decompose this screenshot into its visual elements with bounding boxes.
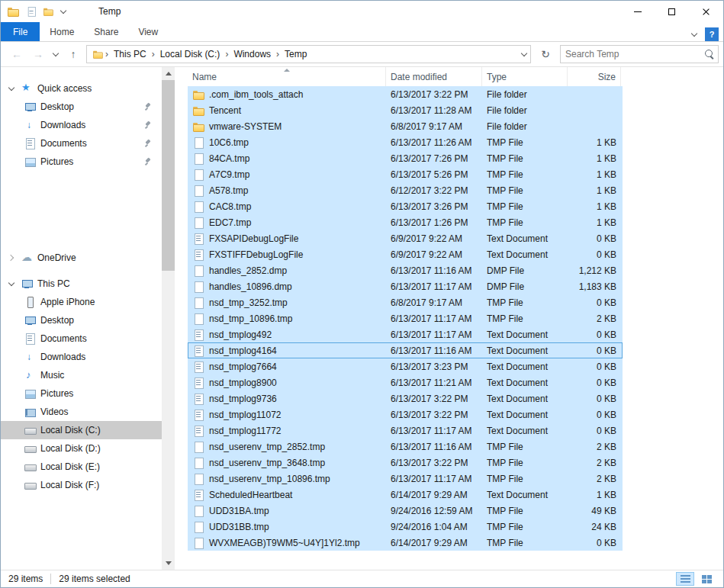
file-row[interactable]: nsd_tmplog7664 6/13/2017 3:23 PM Text Do… (188, 358, 623, 374)
maximize-button[interactable] (655, 1, 689, 22)
scrollbar-down-icon[interactable] (162, 557, 175, 570)
breadcrumb-separator-icon[interactable]: › (275, 49, 281, 59)
file-row[interactable]: nsd_tmplog11072 6/13/2017 3:22 PM Text D… (188, 406, 623, 423)
breadcrumb-item-windows[interactable]: Windows (230, 47, 275, 61)
file-row[interactable]: FXSTIFFDebugLogFile 6/9/2017 9:22 AM Tex… (188, 246, 623, 262)
file-row[interactable]: EDC7.tmp 6/13/2017 1:26 PM TMP File 1 KB (188, 214, 623, 230)
file-size: 1 KB (568, 137, 621, 148)
file-row[interactable]: nsd_userenv_tmp_2852.tmp 6/13/2017 11:16… (188, 439, 623, 455)
chevron-down-icon[interactable] (7, 84, 16, 93)
file-row[interactable]: 10C6.tmp 6/13/2017 11:26 AM TMP File 1 K… (188, 134, 623, 150)
tab-home[interactable]: Home (40, 22, 84, 41)
file-row[interactable]: A7C9.tmp 6/13/2017 5:26 PM TMP File 1 KB (188, 166, 623, 182)
file-row[interactable]: Tencent 6/13/2017 11:28 AM File folder (188, 102, 623, 118)
search-input[interactable] (565, 49, 704, 59)
refresh-button[interactable]: ↻ (536, 45, 555, 63)
sidebar-item-local-disk-e[interactable]: Local Disk (E:) (1, 458, 162, 476)
address-dropdown-chevron-icon[interactable] (520, 50, 529, 59)
tab-view[interactable]: View (128, 22, 168, 41)
address-bar[interactable]: ›This PC›Local Disk (C:)›Windows›Temp (86, 45, 531, 63)
search-icon[interactable] (704, 49, 715, 59)
breadcrumb-item-this-pc[interactable]: This PC (110, 47, 150, 61)
file-row[interactable]: nsd_tmplog11772 6/13/2017 11:17 AM Text … (188, 423, 623, 439)
sidebar-item-quick-access[interactable]: Quick access (1, 79, 162, 98)
file-row[interactable]: nsd_tmplog492 6/13/2017 11:17 AM Text Do… (188, 326, 623, 342)
file-row[interactable]: nsd_tmplog9736 6/13/2017 3:22 PM Text Do… (188, 390, 623, 406)
thumbnails-view-button[interactable] (697, 572, 716, 586)
nav-section-this-pc: This PCApple iPhoneDesktopDocumentsDownl… (1, 275, 162, 494)
tab-share[interactable]: Share (84, 22, 128, 41)
file-row[interactable]: UDD31BB.tmp 9/24/2016 1:04 AM TMP File 2… (188, 519, 623, 535)
scrollbar-thumb[interactable] (162, 80, 175, 271)
history-chevron-down-icon[interactable] (51, 50, 60, 59)
column-header-date-modified[interactable]: Date modified (386, 67, 482, 86)
sidebar-item-onedrive[interactable]: OneDrive (1, 249, 162, 267)
file-name: EDC7.tmp (209, 217, 251, 228)
sidebar-item-this-pc[interactable]: This PC (1, 275, 162, 293)
scrollbar-up-icon[interactable] (162, 67, 175, 80)
qat-customize-chevron-down-icon[interactable] (59, 7, 68, 16)
chevron-right-icon[interactable] (7, 253, 16, 262)
breadcrumb-separator-icon[interactable]: › (150, 49, 156, 59)
back-button[interactable]: ← (8, 46, 25, 63)
file-row[interactable]: FXSAPIDebugLogFile 6/9/2017 9:22 AM Text… (188, 230, 623, 246)
file-row[interactable]: nsd_tmp_10896.tmp 6/13/2017 11:17 AM TMP… (188, 310, 623, 326)
qat-new-folder-icon[interactable] (43, 6, 53, 17)
sidebar-item-documents[interactable]: Documents (1, 134, 162, 153)
file-row[interactable]: UDD31BA.tmp 9/24/2016 12:59 AM TMP File … (188, 503, 623, 519)
breadcrumb-separator-icon[interactable]: › (224, 49, 230, 59)
breadcrumb-separator-icon[interactable]: › (104, 49, 110, 59)
details-view-button[interactable] (676, 572, 694, 586)
maximize-icon (668, 8, 675, 15)
star-icon (21, 82, 33, 95)
file-row[interactable]: CAC8.tmp 6/13/2017 3:26 PM TMP File 1 KB (188, 198, 623, 214)
column-header-type[interactable]: Type (482, 67, 568, 86)
sidebar-item-local-disk-d[interactable]: Local Disk (D:) (1, 439, 162, 458)
chevron-down-icon[interactable] (7, 279, 16, 288)
file-date-modified: 6/13/2017 11:21 AM (386, 378, 482, 388)
sidebar-item-apple-iphone[interactable]: Apple iPhone (1, 293, 162, 311)
qat-properties-icon[interactable] (26, 6, 37, 17)
sidebar-item-music[interactable]: Music (1, 366, 162, 384)
sidebar-item-pictures[interactable]: Pictures (1, 384, 162, 403)
file-row[interactable]: vmware-SYSTEM 6/8/2017 9:17 AM File fold… (188, 118, 623, 134)
file-row[interactable]: A578.tmp 6/12/2017 3:22 PM TMP File 1 KB (188, 182, 623, 198)
tab-file[interactable]: File (1, 22, 40, 41)
file-size: 0 KB (568, 410, 621, 420)
help-button[interactable]: ? (705, 27, 719, 41)
file-row[interactable]: handles_2852.dmp 6/13/2017 11:16 AM DMP … (188, 262, 623, 278)
close-button[interactable] (689, 1, 723, 22)
column-header-name[interactable]: Name (188, 67, 386, 86)
file-name: nsd_userenv_tmp_2852.tmp (209, 442, 325, 452)
sidebar-item-desktop[interactable]: Desktop (1, 98, 162, 116)
up-button[interactable]: ↑ (65, 46, 82, 63)
file-row[interactable]: .com_ibm_tools_attach 6/13/2017 3:22 PM … (188, 86, 623, 102)
file-row[interactable]: 84CA.tmp 6/13/2017 7:26 PM TMP File 1 KB (188, 150, 623, 166)
file-row[interactable]: handles_10896.dmp 6/13/2017 11:17 AM DMP… (188, 278, 623, 294)
file-row[interactable]: WVXMEAGB)T9WM5~U4Y]1Yl2.tmp 6/14/2017 9:… (188, 535, 623, 551)
sidebar-item-desktop[interactable]: Desktop (1, 311, 162, 329)
file-date-modified: 6/8/2017 9:17 AM (386, 297, 482, 308)
file-row[interactable]: nsd_userenv_tmp_10896.tmp 6/13/2017 11:1… (188, 471, 623, 487)
file-size: 0 KB (568, 361, 621, 372)
file-row[interactable]: nsd_tmplog4164 6/13/2017 11:16 AM Text D… (188, 342, 623, 358)
sidebar-item-pictures[interactable]: Pictures (1, 153, 162, 171)
minimize-button[interactable] (620, 1, 655, 22)
expand-ribbon-chevron-down-icon[interactable] (690, 30, 699, 39)
breadcrumb-item-temp[interactable]: Temp (281, 47, 311, 61)
sidebar-item-videos[interactable]: Videos (1, 403, 162, 421)
file-row[interactable]: nsd_tmp_3252.tmp 6/8/2017 9:17 AM TMP Fi… (188, 294, 623, 310)
sidebar-item-downloads[interactable]: Downloads (1, 348, 162, 366)
file-row[interactable]: nsd_userenv_tmp_3648.tmp 6/13/2017 3:22 … (188, 455, 623, 471)
column-header-size[interactable]: Size (568, 67, 621, 86)
sidebar-item-local-disk-f[interactable]: Local Disk (F:) (1, 476, 162, 494)
nav-scrollbar[interactable] (162, 67, 175, 570)
search-box[interactable] (560, 45, 719, 63)
sidebar-item-documents[interactable]: Documents (1, 329, 162, 348)
sidebar-item-local-disk-c[interactable]: Local Disk (C:) (1, 421, 162, 439)
file-row[interactable]: ScheduledHeartbeat 6/14/2017 9:29 AM Tex… (188, 487, 623, 503)
sidebar-item-downloads[interactable]: Downloads (1, 116, 162, 134)
file-row[interactable]: nsd_tmplog8900 6/13/2017 11:21 AM Text D… (188, 374, 623, 390)
breadcrumb-item-local-disk-c[interactable]: Local Disk (C:) (156, 47, 224, 61)
forward-button[interactable]: → (30, 46, 47, 63)
